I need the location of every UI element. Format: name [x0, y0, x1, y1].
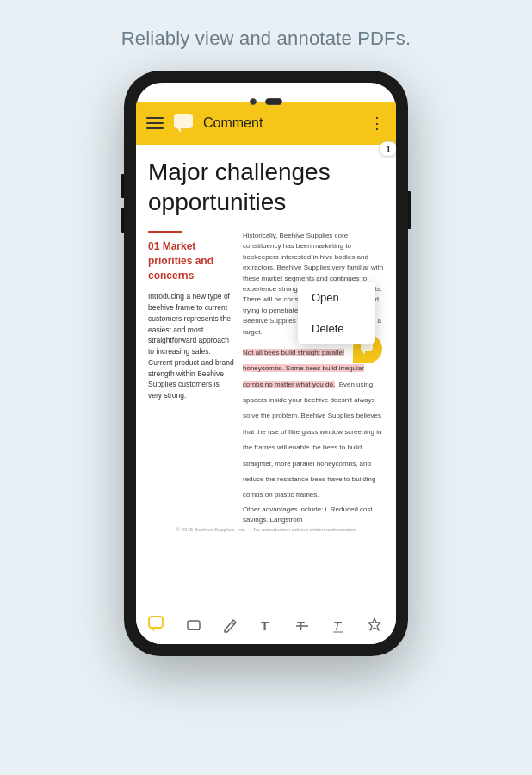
toolbar-strikethrough-icon[interactable]: T: [287, 610, 318, 641]
svg-marker-4: [177, 128, 181, 133]
toolbar-title: Comment: [203, 115, 369, 131]
svg-line-11: [232, 622, 234, 624]
toolbar-pencil-icon[interactable]: [214, 610, 245, 641]
svg-rect-7: [149, 617, 163, 628]
pdf-content-area: Major challenges opportunities 01 Market…: [136, 145, 396, 604]
toolbar-text-style-icon[interactable]: T: [323, 610, 354, 641]
toolbar-eraser-icon[interactable]: [359, 610, 390, 641]
svg-rect-0: [146, 117, 164, 119]
pdf-highlighted-block: Not all bees build straight parallel hon…: [243, 343, 384, 501]
section-divider: [148, 231, 182, 232]
camera-area: [250, 98, 282, 105]
menu-icon[interactable]: [146, 117, 164, 129]
power-button: [408, 191, 411, 229]
comment-bubble-icon: [170, 110, 196, 136]
comment-toolbar: Comment ⋮ 1: [136, 102, 396, 145]
section-body-text: Introducing a new type of beehive frame …: [148, 291, 234, 401]
pdf-right-text-2: Even using spacers inside your beehive d…: [243, 381, 381, 499]
context-menu-open[interactable]: Open: [298, 282, 375, 313]
overflow-menu-button[interactable]: ⋮: [369, 114, 386, 133]
svg-text:T: T: [261, 618, 269, 633]
pdf-title: Major challenges opportunities: [148, 157, 384, 217]
svg-marker-6: [362, 351, 365, 355]
volume-up-button: [121, 174, 124, 198]
pdf-right-column: Historically, Beehive Supplies core cons…: [243, 231, 384, 524]
section-title: 01 Market priorities and concerns: [148, 239, 234, 282]
camera-dot: [250, 98, 257, 105]
phone-screen: Comment ⋮ 1 Major challenges opportuniti…: [136, 83, 396, 644]
pdf-columns: 01 Market priorities and concerns Introd…: [148, 231, 384, 524]
speaker: [265, 98, 282, 105]
pdf-left-column: 01 Market priorities and concerns Introd…: [148, 231, 234, 524]
app-tagline: Reliably view and annotate PDFs.: [121, 28, 411, 50]
svg-rect-1: [146, 122, 164, 124]
phone-shell: Comment ⋮ 1 Major challenges opportuniti…: [124, 71, 408, 656]
pdf-right-text-3: Other advantages include: i. Reduced cos…: [243, 505, 384, 526]
svg-rect-2: [146, 127, 164, 129]
svg-rect-9: [188, 621, 200, 629]
bottom-annotation-toolbar: T T T: [136, 604, 396, 644]
svg-text:T: T: [333, 618, 343, 633]
context-menu: Open Delete: [298, 282, 375, 344]
toolbar-highlight-icon[interactable]: [178, 610, 209, 641]
notification-badge: 1: [379, 141, 396, 157]
context-menu-delete[interactable]: Delete: [298, 313, 375, 344]
svg-rect-3: [174, 114, 193, 128]
toolbar-comment-icon[interactable]: [142, 610, 173, 641]
volume-down-button: [121, 208, 124, 232]
toolbar-text-icon[interactable]: T: [251, 610, 281, 641]
